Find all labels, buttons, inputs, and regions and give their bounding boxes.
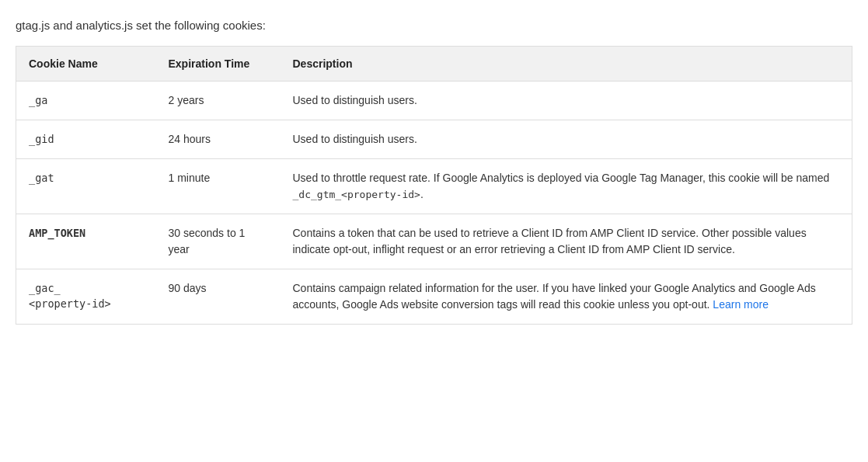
learn-more-link[interactable]: Learn more xyxy=(713,298,769,311)
cell-cookie-name: AMP_TOKEN xyxy=(16,214,156,269)
table-header-row: Cookie Name Expiration Time Description xyxy=(16,47,852,82)
cell-cookie-name: _gid xyxy=(16,120,156,159)
cell-expiry: 2 years xyxy=(156,82,281,120)
cell-expiry: 24 hours xyxy=(156,120,281,159)
header-expiration-time: Expiration Time xyxy=(156,47,281,82)
cell-description: Contains a token that can be used to ret… xyxy=(281,214,852,269)
description-text-part2: . xyxy=(420,188,424,200)
cell-cookie-name: _gac_<property-id> xyxy=(16,269,156,325)
table-row: _gat1 minuteUsed to throttle request rat… xyxy=(16,159,852,214)
header-cookie-name: Cookie Name xyxy=(16,47,156,82)
cell-cookie-name: _gat xyxy=(16,159,156,214)
table-row: AMP_TOKEN30 seconds to 1 yearContains a … xyxy=(16,214,852,269)
cell-description: Contains campaign related information fo… xyxy=(281,269,852,325)
description-text-part1: Used to throttle request rate. If Google… xyxy=(293,172,830,184)
header-description: Description xyxy=(281,47,852,82)
description-text: Used to distinguish users. xyxy=(293,94,417,106)
table-row: _gid24 hoursUsed to distinguish users. xyxy=(16,120,852,159)
cell-expiry: 30 seconds to 1 year xyxy=(156,214,281,269)
intro-paragraph: gtag.js and analytics.js set the followi… xyxy=(16,19,852,32)
cookies-table: Cookie Name Expiration Time Description … xyxy=(16,46,852,325)
description-code: _dc_gtm_<property-id> xyxy=(293,189,420,200)
description-text: Used to distinguish users. xyxy=(293,133,417,145)
cell-description: Used to distinguish users. xyxy=(281,82,852,120)
cell-description: Used to distinguish users. xyxy=(281,120,852,159)
description-text: Contains a token that can be used to ret… xyxy=(293,227,807,255)
cell-description: Used to throttle request rate. If Google… xyxy=(281,159,852,214)
cell-expiry: 1 minute xyxy=(156,159,281,214)
table-row: _ga2 yearsUsed to distinguish users. xyxy=(16,82,852,120)
table-row: _gac_<property-id>90 daysContains campai… xyxy=(16,269,852,325)
cell-expiry: 90 days xyxy=(156,269,281,325)
cell-cookie-name: _ga xyxy=(16,82,156,120)
